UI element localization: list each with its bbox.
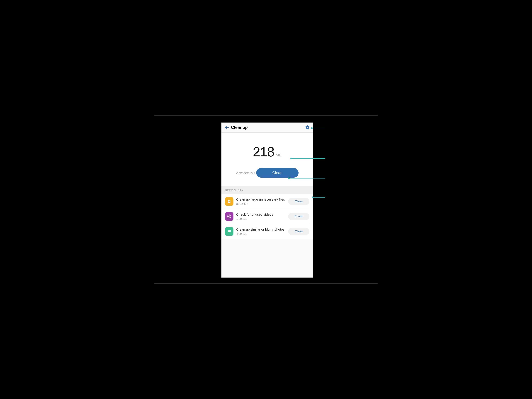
row-action-button[interactable]: Check <box>288 213 309 220</box>
svg-point-8 <box>229 217 229 218</box>
list-item-sub: 85.16 MB <box>236 202 285 206</box>
svg-point-9 <box>229 216 229 217</box>
row-action-button[interactable]: Clean <box>288 198 309 205</box>
svg-point-5 <box>229 215 229 216</box>
list-item-title: Clean up large unnecessary files <box>236 197 285 202</box>
svg-rect-2 <box>228 201 230 202</box>
list-item-sub: 4.29 GB <box>236 232 285 236</box>
svg-point-6 <box>228 216 228 217</box>
chevron-right-icon <box>254 172 255 174</box>
row-action-button[interactable]: Clean <box>288 228 309 235</box>
deep-clean-list: Clean up large unnecessary files 85.16 M… <box>222 194 313 239</box>
list-item[interactable]: Check for unused videos 1.20 GB Check <box>225 209 309 224</box>
video-reel-icon <box>225 212 234 221</box>
junk-unit: MB <box>276 153 281 157</box>
photo-icon <box>225 227 234 236</box>
callout-line <box>312 128 325 128</box>
list-item-text: Check for unused videos 1.20 GB <box>236 212 285 220</box>
list-item-sub: 1.20 GB <box>236 217 285 220</box>
list-item[interactable]: Clean up similar or blurry photos 4.29 G… <box>225 224 309 239</box>
page-title: Cleanup <box>231 125 248 130</box>
callout-line <box>289 178 325 179</box>
files-icon <box>225 197 234 206</box>
list-item[interactable]: Clean up large unnecessary files 85.16 M… <box>225 194 309 209</box>
svg-point-7 <box>230 216 230 217</box>
phone-screen: Cleanup 218 MB View details Clean DEEP <box>222 122 313 277</box>
callout-line <box>313 197 325 198</box>
list-item-text: Clean up large unnecessary files 85.16 M… <box>236 197 285 206</box>
list-item-text: Clean up similar or blurry photos 4.29 G… <box>236 227 285 236</box>
arrow-left-icon <box>225 125 229 130</box>
view-details-link[interactable]: View details <box>236 171 255 175</box>
junk-amount: 218 <box>253 145 274 159</box>
section-header-deep-clean: DEEP CLEAN <box>222 186 313 194</box>
clean-button[interactable]: Clean <box>256 168 298 178</box>
gear-icon <box>305 125 310 130</box>
callout-line <box>291 158 325 159</box>
list-item-title: Clean up similar or blurry photos <box>236 227 285 232</box>
svg-rect-3 <box>228 202 229 202</box>
settings-button[interactable] <box>304 124 310 130</box>
back-button[interactable] <box>224 124 230 130</box>
summary-amount-row: 218 MB <box>222 145 313 159</box>
view-details-label: View details <box>236 171 253 175</box>
stage: Cleanup 218 MB View details Clean DEEP <box>154 116 378 283</box>
list-item-title: Check for unused videos <box>236 212 285 217</box>
svg-rect-1 <box>228 200 230 201</box>
svg-point-11 <box>228 231 229 231</box>
app-header: Cleanup <box>222 122 313 133</box>
